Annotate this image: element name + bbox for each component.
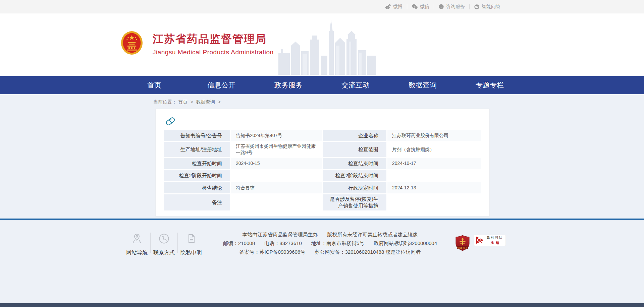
footer-host-text: 本站由江苏省药品监督管理局主办 xyxy=(242,232,318,237)
field-value-address: 江苏省扬州市扬州生物健康产业园健康一路9号 xyxy=(231,142,322,157)
topbar-link-label: 咨询服务 xyxy=(446,4,465,10)
field-label-address: 生产地址/注册地址 xyxy=(164,142,230,157)
field-value-remarks xyxy=(231,194,322,210)
table-row: 检查2阶段开始时间 检查2阶段结束时间 xyxy=(164,170,481,181)
field-label-company-name: 企业名称 xyxy=(323,130,386,141)
field-value-phase2-start xyxy=(231,170,322,181)
field-label-remarks: 备注 xyxy=(164,194,230,210)
topbar-link-label: 智能问答 xyxy=(482,4,500,10)
nav-item-data-query[interactable]: 数据查询 xyxy=(389,76,456,94)
footer-link-label: 联系方式 xyxy=(153,249,175,256)
nav-item-special-topics[interactable]: 专题专栏 xyxy=(456,76,523,94)
document-icon xyxy=(185,231,197,245)
table-row: 检查开始时间 2024-10-15 检查结束时间 2024-10-17 xyxy=(164,158,481,169)
field-value-notice-number: 告知书2024年第407号 xyxy=(231,130,322,141)
field-label-phase2-end: 检查2阶段结束时间 xyxy=(323,170,386,181)
footer-line-3: 备案号：苏ICP备09039606号 苏公网安备：32010602010488 … xyxy=(205,249,455,255)
consult-icon xyxy=(438,4,444,10)
footer-address: 地址：南京市鼓楼街5号 xyxy=(311,241,364,246)
party-gov-badge-label: 党政机关 xyxy=(455,246,470,250)
field-label-end-date: 检查结束时间 xyxy=(323,158,386,169)
site-brand: 江苏省药品监督管理局 Jiangsu Medical Products Admi… xyxy=(153,32,274,56)
nav-item-interaction[interactable]: 交流互动 xyxy=(322,76,389,94)
nav-item-home[interactable]: 首页 xyxy=(121,76,188,94)
gov-site-badge-label: 政府网站 xyxy=(487,236,503,240)
top-utility-bar: 微博 微信 咨询服务 智能问答 xyxy=(0,0,644,13)
field-value-decision-date: 2024-12-13 xyxy=(387,182,481,193)
wechat-icon xyxy=(412,4,418,9)
field-label-notice-number: 告知书编号/公告号 xyxy=(164,130,230,141)
footer-link-site-map[interactable]: 网站导航 xyxy=(123,231,150,256)
footer-copyright-text: 版权所有未经许可禁止转载或者建立镜像 xyxy=(327,232,418,237)
inspection-detail-card: 告知书编号/公告号 告知书2024年第407号 企业名称 江苏联环药业股份有限公… xyxy=(155,109,490,217)
field-label-conclusion: 检查结论 xyxy=(164,182,230,193)
inspection-detail-table: 告知书编号/公告号 告知书2024年第407号 企业名称 江苏联环药业股份有限公… xyxy=(163,129,482,211)
site-footer: 网站导航 联系方式 xyxy=(0,220,644,303)
site-subtitle: Jiangsu Medical Products Administration xyxy=(153,49,274,56)
qa-robot-icon xyxy=(474,4,480,10)
footer-link-label: 隐私申明 xyxy=(180,249,202,256)
breadcrumb-separator: > xyxy=(218,99,221,105)
weibo-icon xyxy=(385,4,391,9)
nav-item-info-disclosure[interactable]: 信息公开 xyxy=(188,76,255,94)
footer-link-contact[interactable]: 联系方式 xyxy=(151,231,177,256)
breadcrumb-separator: > xyxy=(191,99,193,105)
footer-site-code: 政府网站标识码3200000004 xyxy=(374,241,437,246)
national-emblem-logo xyxy=(121,31,143,56)
field-value-company-name: 江苏联环药业股份有限公司 xyxy=(387,130,481,141)
bottom-bar xyxy=(0,303,644,307)
main-navigation: 首页 信息公开 政务服务 交流互动 数据查询 专题专栏 xyxy=(0,76,644,94)
footer-phone: 电话：83273610 xyxy=(264,241,302,246)
field-value-start-date: 2024-10-15 xyxy=(231,158,322,169)
footer-badges: 党政机关 政府网站 找错 xyxy=(455,235,506,258)
breadcrumb-section-link[interactable]: 数据查询 xyxy=(196,99,215,105)
gov-site-find-error-badge[interactable]: 政府网站 找错 xyxy=(474,235,506,246)
phone-icon xyxy=(158,231,170,245)
topbar-link-consult[interactable]: 咨询服务 xyxy=(434,4,469,10)
map-pin-icon xyxy=(131,231,143,245)
topbar-link-smart-qa[interactable]: 智能问答 xyxy=(470,4,505,10)
field-label-start-date: 检查开始时间 xyxy=(164,158,230,169)
field-label-inspection-scope: 检查范围 xyxy=(323,142,386,157)
footer-link-label: 网站导航 xyxy=(126,249,148,256)
nav-item-gov-services[interactable]: 政务服务 xyxy=(255,76,322,94)
field-value-suspension-measures xyxy=(387,194,481,210)
site-header: 江苏省药品监督管理局 Jiangsu Medical Products Admi… xyxy=(0,13,644,76)
table-row: 检查结论 符合要求 行政决定时间 2024-12-13 xyxy=(164,182,481,193)
table-row: 备注 是否涉及暂停(恢复)生产销售使用等措施 xyxy=(164,194,481,210)
breadcrumb: 当前位置： 首页 > 数据查询 > xyxy=(121,99,523,105)
field-value-end-date: 2024-10-17 xyxy=(387,158,481,169)
footer-line-1: 本站由江苏省药品监督管理局主办 版权所有未经许可禁止转载或者建立镜像 xyxy=(205,232,455,237)
field-value-conclusion: 符合要求 xyxy=(231,182,322,193)
find-error-badge-label: 找错 xyxy=(488,241,501,245)
pill-icon xyxy=(165,116,482,126)
footer-icp-number: 备案号：苏ICP备09039606号 xyxy=(239,249,306,255)
footer-line-2: 邮编：210008 电话：83273610 地址：南京市鼓楼街5号 政府网站标识… xyxy=(205,241,455,246)
footer-info: 本站由江苏省药品监督管理局主办 版权所有未经许可禁止转载或者建立镜像 邮编：21… xyxy=(205,231,455,258)
magnifier-flag-icon xyxy=(475,236,485,245)
site-title: 江苏省药品监督管理局 xyxy=(153,32,274,47)
footer-link-privacy[interactable]: 隐私申明 xyxy=(178,231,205,256)
breadcrumb-bar: 当前位置： 首页 > 数据查询 > xyxy=(0,94,644,109)
topbar-link-label: 微博 xyxy=(393,4,402,10)
city-skyline-graphic xyxy=(278,19,376,76)
footer-police-number: 苏公网安备：32010602010488 您是第位访问者 xyxy=(315,249,421,255)
field-label-decision-date: 行政决定时间 xyxy=(323,182,386,193)
field-label-suspension-measures: 是否涉及暂停(恢复)生产销售使用等措施 xyxy=(323,194,386,210)
field-value-inspection-scope: 片剂（含抗肿瘤类） xyxy=(387,142,481,157)
footer-links: 网站导航 联系方式 xyxy=(123,231,205,258)
main-content: 告知书编号/公告号 告知书2024年第407号 企业名称 江苏联环药业股份有限公… xyxy=(0,109,644,219)
topbar-link-weibo[interactable]: 微博 xyxy=(380,4,407,10)
field-value-phase2-end xyxy=(387,170,481,181)
table-row: 告知书编号/公告号 告知书2024年第407号 企业名称 江苏联环药业股份有限公… xyxy=(164,130,481,141)
party-gov-badge[interactable]: 党政机关 xyxy=(455,235,470,251)
field-label-phase2-start: 检查2阶段开始时间 xyxy=(164,170,230,181)
topbar-link-label: 微信 xyxy=(420,4,429,10)
footer-postcode: 邮编：210008 xyxy=(223,241,255,246)
breadcrumb-home-link[interactable]: 首页 xyxy=(178,99,187,105)
breadcrumb-prefix: 当前位置： xyxy=(153,99,177,105)
topbar-link-wechat[interactable]: 微信 xyxy=(407,4,434,10)
table-row: 生产地址/注册地址 江苏省扬州市扬州生物健康产业园健康一路9号 检查范围 片剂（… xyxy=(164,142,481,157)
